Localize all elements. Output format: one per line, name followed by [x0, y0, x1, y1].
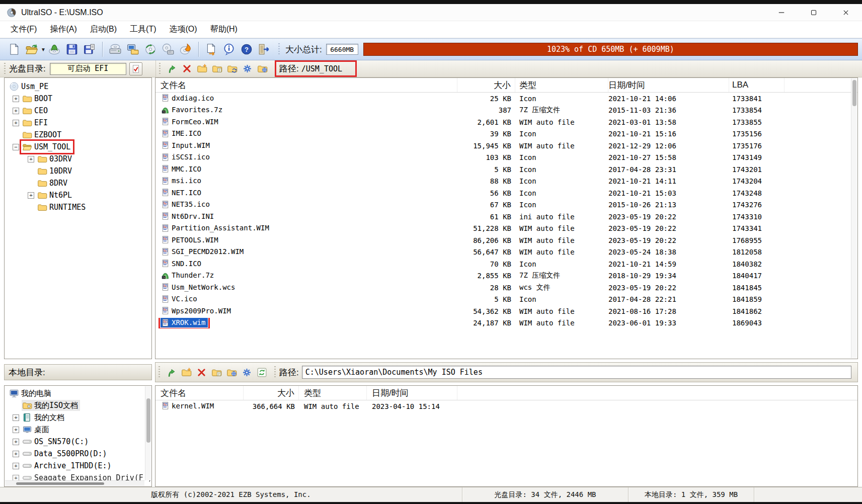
file-label[interactable]: 7zThunder.7z	[161, 271, 216, 280]
disc-file-row[interactable]: Wps2009Pro.WIM54,362 KBWIM_auto_file2021…	[155, 305, 857, 317]
local-path-value[interactable]: C:\Users\Xiaoran\Documents\My ISO Files	[302, 366, 851, 379]
file-label[interactable]: Input.WIM	[161, 140, 212, 150]
expander-plus[interactable]: +	[13, 96, 19, 102]
edit-folder-button[interactable]	[209, 62, 224, 76]
delete-button[interactable]	[194, 365, 209, 379]
disc-file-row[interactable]: 7zFavorites.7z3877Z 压缩文件2015-11-03 21:36…	[155, 105, 857, 117]
scrollbar-thumb[interactable]	[146, 398, 150, 443]
disc-file-row[interactable]: NET.ICO56 KBIcon2021-10-21 15:031743248	[155, 187, 857, 199]
up-one-level-button[interactable]	[164, 62, 179, 76]
disc-file-row[interactable]: 7zThunder.7z2,855 KB7Z 压缩文件2018-10-29 19…	[155, 270, 857, 282]
disc-file-row[interactable]: msi.ico88 KBIcon2021-10-21 14:111743204	[155, 176, 857, 188]
delete-button[interactable]	[179, 62, 194, 76]
disc-tree-item[interactable]: +EFI	[5, 117, 151, 129]
image-info-button[interactable]	[220, 40, 238, 58]
disc-file-row[interactable]: Usm_NetWork.wcs28 KBwcs 文件2023-05-19 20:…	[155, 282, 857, 294]
file-label[interactable]: PETOOLS.WIM	[161, 235, 221, 244]
disc-tree-item[interactable]: −USM_TOOL	[5, 141, 151, 153]
file-label[interactable]: NET35.ico	[161, 200, 212, 209]
file-label[interactable]: SGI_PECMD2012.WIM	[161, 247, 246, 257]
expander-plus[interactable]: +	[28, 156, 34, 162]
verify-disc-button[interactable]	[46, 40, 63, 58]
disc-tree-label[interactable]: BOOT	[22, 93, 54, 104]
local-tree-label[interactable]: OS_SN570(C:)	[22, 436, 91, 447]
minimize-button[interactable]	[765, 4, 798, 21]
disc-file-row[interactable]: iSCSI.ico103 KBIcon2021-10-27 15:5817431…	[155, 152, 857, 164]
column-header-size[interactable]: 大小	[457, 78, 515, 92]
disc-tree-item[interactable]: +03DRV	[5, 153, 151, 165]
disc-tree-item[interactable]: RUNTIMES	[5, 201, 151, 213]
expander-plus[interactable]: +	[13, 108, 19, 114]
local-tree-item[interactable]: +Archive_1THDD(E:)	[5, 460, 151, 472]
file-label[interactable]: IME.ICO	[161, 129, 204, 138]
disc-tree-label[interactable]: USM_TOOL	[22, 141, 72, 152]
file-label[interactable]: VC.ico	[161, 294, 200, 304]
expander-plus[interactable]: +	[13, 451, 19, 457]
file-label[interactable]: Nt6Drv.INI	[161, 211, 216, 221]
local-tree-item[interactable]: +我的文档	[5, 411, 151, 424]
disc-file-row[interactable]: NET35.ico67 KBIcon2015-10-26 21:13174327…	[155, 199, 857, 211]
disc-tree-label[interactable]: CEO	[22, 105, 50, 116]
local-tree-item[interactable]: +桌面	[5, 424, 151, 436]
exit-button[interactable]	[256, 40, 273, 58]
menu-bootable[interactable]: 启动(B)	[84, 22, 123, 37]
disc-file-row[interactable]: IME.ICO39 KBIcon2021-10-21 15:161735156	[155, 128, 857, 140]
column-header-name[interactable]: 文件名	[155, 78, 457, 92]
close-button[interactable]	[830, 4, 862, 21]
disc-tree-item[interactable]: +CEO	[5, 105, 151, 117]
file-label[interactable]: dxdiag.ico	[161, 93, 216, 103]
column-header-type[interactable]: 类型	[299, 386, 367, 400]
disc-tree-item[interactable]: EZBOOT	[5, 129, 151, 141]
file-label[interactable]: 7zFavorites.7z	[161, 105, 225, 115]
globe-folder-button[interactable]	[255, 62, 270, 76]
disc-tree-label[interactable]: Nt6PL	[37, 190, 74, 201]
expander-plus[interactable]: +	[13, 427, 19, 433]
disc-file-row[interactable]: SGI_PECMD2012.WIM56,647 KBWIM_auto_file2…	[155, 246, 857, 259]
disc-tree-label[interactable]: RUNTIMES	[37, 202, 88, 213]
column-header-lba[interactable]: LBA	[729, 78, 785, 92]
disc-tree-label[interactable]: 8DRV	[37, 178, 69, 189]
disc-tree-item[interactable]: 10DRV	[5, 165, 151, 177]
column-header-size[interactable]: 大小	[244, 386, 299, 400]
disc-tree-item[interactable]: Usm_PE	[5, 80, 151, 93]
file-label[interactable]: iSCSI.ico	[161, 152, 212, 162]
new-image-button[interactable]	[5, 40, 23, 58]
disc-tree-label[interactable]: EFI	[22, 117, 50, 128]
refresh-button[interactable]	[254, 365, 269, 379]
disc-tree-label[interactable]: EZBOOT	[22, 129, 63, 140]
bootable-type-field[interactable]: 可启动 EFI	[50, 63, 126, 75]
disc-tree-label[interactable]: Usm_PE	[9, 81, 50, 92]
disc-tree-item[interactable]: 8DRV	[5, 177, 151, 189]
help-button[interactable]: ?	[238, 40, 256, 58]
scrollbar-thumb[interactable]	[16, 482, 104, 485]
disc-tree-item[interactable]: +Nt6PL	[5, 189, 151, 201]
disc-file-row[interactable]: FormCeo.WIM2,601 KBWIM_auto_file2021-03-…	[155, 116, 857, 128]
file-label[interactable]: SND.ICO	[161, 259, 204, 268]
settings-gear-button[interactable]	[240, 62, 255, 76]
disc-file-row[interactable]: MMC.ICO5 KBIcon2017-04-28 23:311743201	[155, 163, 857, 176]
local-tree-label[interactable]: 桌面	[22, 424, 51, 435]
local-tree-item[interactable]: 我的电脑	[5, 387, 151, 399]
column-header-date[interactable]: 日期/时间	[367, 386, 457, 400]
column-header-name[interactable]: 文件名	[155, 386, 244, 400]
new-folder-button[interactable]	[179, 365, 194, 379]
menu-help[interactable]: 帮助(H)	[204, 22, 244, 37]
refresh-folder-button[interactable]	[224, 62, 240, 76]
globe-folder-button[interactable]	[224, 365, 239, 379]
horizontal-scrollbar[interactable]	[5, 480, 144, 486]
up-one-level-button[interactable]	[164, 365, 179, 379]
disc-file-row[interactable]: Nt6Drv.INI61 KBini_auto_file2023-05-19 2…	[155, 211, 857, 223]
file-label[interactable]: MMC.ICO	[161, 164, 204, 174]
disc-file-row[interactable]: SND.ICO70 KBIcon2021-10-21 14:591840382	[155, 258, 857, 270]
file-label[interactable]: msi.ico	[161, 176, 204, 186]
new-folder-button[interactable]	[194, 62, 209, 76]
scrollbar-thumb[interactable]	[852, 80, 856, 106]
menu-file[interactable]: 文件(F)	[4, 22, 43, 37]
disc-file-row[interactable]: VC.ico5 KBIcon2017-04-28 22:211841859	[155, 294, 857, 306]
menu-tools[interactable]: 工具(T)	[123, 22, 163, 37]
dropdown-caret-icon[interactable]: ▼	[41, 47, 46, 52]
expander-plus[interactable]: +	[13, 439, 19, 445]
local-tree-label[interactable]: 我的电脑	[9, 388, 53, 399]
expander-plus[interactable]: +	[13, 463, 19, 469]
disc-file-row[interactable]: XROK.wim24,187 KBWIM_auto_file2023-06-01…	[155, 317, 857, 329]
